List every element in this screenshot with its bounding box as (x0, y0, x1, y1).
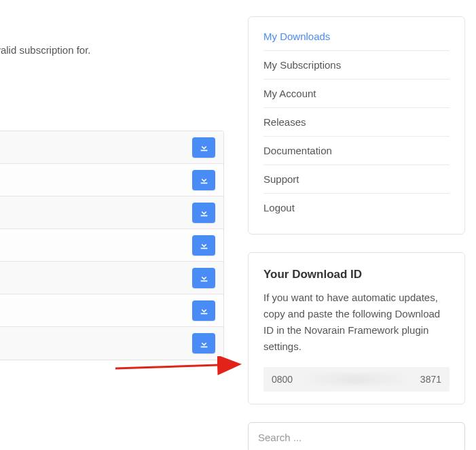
download-button[interactable] (192, 268, 215, 288)
download-row (0, 131, 223, 164)
menu-item[interactable]: My Downloads (263, 22, 450, 51)
download-icon (200, 339, 208, 348)
download-id-value[interactable]: 0800 3871 (263, 367, 450, 392)
download-row (0, 229, 223, 262)
download-row (0, 262, 223, 294)
svg-line-1 (115, 364, 238, 368)
download-icon (200, 175, 208, 184)
download-button[interactable] (192, 203, 215, 223)
menu-item[interactable]: My Account (263, 80, 450, 108)
download-row (0, 196, 223, 229)
download-row (0, 294, 223, 327)
download-table (0, 131, 224, 360)
download-row (0, 327, 223, 360)
download-icon (200, 273, 208, 282)
download-button[interactable] (192, 137, 215, 158)
download-id-title: Your Download ID (263, 258, 450, 290)
download-button[interactable] (192, 235, 215, 256)
download-id-obscured (298, 374, 415, 385)
download-icon (200, 208, 208, 217)
search-input[interactable] (249, 423, 464, 450)
menu-item[interactable]: Documentation (263, 137, 450, 165)
download-id-suffix: 3871 (420, 374, 441, 385)
menu-item[interactable]: My Subscriptions (263, 51, 450, 80)
download-icon (200, 143, 208, 152)
download-icon (200, 241, 208, 249)
menu-item[interactable]: Support (263, 165, 450, 194)
download-id-text: If you want to have automatic updates, c… (263, 290, 450, 367)
download-button[interactable] (192, 300, 215, 321)
menu-item[interactable]: Logout (263, 194, 450, 222)
sidebar-menu-card: My DownloadsMy SubscriptionsMy AccountRe… (248, 16, 465, 235)
download-row (0, 164, 223, 196)
sidebar-menu: My DownloadsMy SubscriptionsMy AccountRe… (263, 22, 450, 222)
download-button[interactable] (192, 170, 215, 190)
download-icon (200, 306, 208, 315)
search-box (248, 422, 465, 450)
menu-item[interactable]: Releases (263, 108, 450, 137)
download-id-prefix: 0800 (272, 374, 293, 385)
download-id-card: Your Download ID If you want to have aut… (248, 252, 465, 404)
intro-text: ensions you have a valid subscription fo… (0, 0, 224, 56)
download-button[interactable] (192, 333, 215, 353)
